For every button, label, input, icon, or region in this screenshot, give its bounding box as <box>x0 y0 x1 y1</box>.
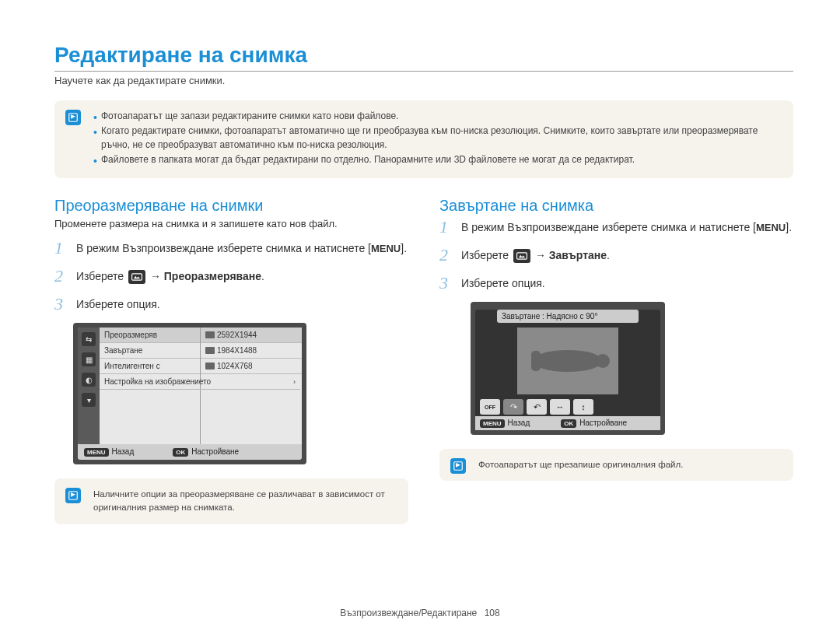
size-label: 1024X768 <box>217 362 253 370</box>
size-item: 1984X1488 <box>201 343 302 359</box>
step-num: 3 <box>54 295 68 313</box>
svg-rect-7 <box>531 351 541 371</box>
top-note-item: Когато редактирате снимки, фотоапаратът … <box>93 124 779 152</box>
menu-item: Интелигентен с <box>100 359 200 374</box>
mock-bottom-bar: MENUНазад OKНастройване <box>78 444 302 460</box>
note-icon <box>65 110 81 125</box>
step-3: 3 Изберете опция. <box>54 295 408 313</box>
menu-item-label: Настройка на изображението <box>104 377 211 386</box>
rotate-menu-mock: Завъртане : Надясно с 90° OFF ↷ ↶ <box>471 302 665 435</box>
step1-post: ]. <box>786 221 792 233</box>
arrow: → <box>532 249 549 261</box>
size-label: 1984X1488 <box>217 346 257 355</box>
size-item: 2592X1944 <box>201 328 302 343</box>
step-num: 1 <box>439 218 453 236</box>
back-label: Назад <box>508 419 530 427</box>
step1-pre: В режим Възпроизвеждане изберете снимка … <box>76 242 371 254</box>
resolution-icon <box>205 363 215 370</box>
step-1: 1 В режим Възпроизвеждане изберете снимк… <box>439 218 793 236</box>
step-text: Изберете опция. <box>461 274 545 292</box>
edit-icon <box>128 270 145 284</box>
step2-pre: Изберете <box>76 270 127 282</box>
resize-menu-mock: ⇆ ▦ ◐ ▾ Преоразмеряв Завъртане Интелиген… <box>73 323 306 464</box>
size-label: 2592X1944 <box>217 331 257 339</box>
flip-v-button: ↕ <box>573 399 593 415</box>
svg-point-5 <box>533 350 603 372</box>
step2-bold: Завъртане <box>549 249 607 261</box>
page-footer: Възпроизвеждане/Редактиране 108 <box>0 608 840 618</box>
section-title-resize: Преоразмеряване на снимки <box>54 197 408 215</box>
chevron-right-icon: › <box>293 378 296 386</box>
section-title-rotate: Завъртане на снимка <box>439 197 793 215</box>
sidebar-icon: ⇆ <box>82 332 96 346</box>
page-title: Редактиране на снимка <box>54 43 793 68</box>
page-number: 108 <box>485 608 500 618</box>
step-text: В режим Възпроизвеждане изберете снимка … <box>76 239 407 257</box>
page-subtitle: Научете как да редактирате снимки. <box>54 75 793 86</box>
rotate-note-box: Фотоапаратът ще презапише оригиналния фа… <box>439 449 793 481</box>
sidebar-icon: ▦ <box>82 352 96 366</box>
rotate-off-button: OFF <box>480 399 500 415</box>
step-text: Изберете → Завъртане. <box>461 246 610 264</box>
note-text: Наличните опции за преоразмеряване се ра… <box>93 488 394 515</box>
step-num: 3 <box>439 274 453 292</box>
step-num: 2 <box>54 267 68 285</box>
note-icon <box>450 458 466 474</box>
step2-post: . <box>607 249 610 261</box>
left-column: Преоразмеряване на снимки Променете разм… <box>54 197 408 543</box>
menu-badge: MENU <box>480 419 505 428</box>
back-label: Назад <box>112 447 135 456</box>
top-note-box: Фотоапаратът ще запази редактираните сни… <box>54 100 793 178</box>
sidebar-icon: ▾ <box>82 393 96 407</box>
rotate-canvas <box>475 326 660 396</box>
sidebar-icon: ◐ <box>82 373 96 387</box>
mock-bottom-bar: MENUНазад OKНастройване <box>475 416 660 430</box>
ok-badge: OK <box>561 419 576 428</box>
note-icon <box>65 488 81 503</box>
svg-point-6 <box>596 354 610 368</box>
footer-section: Възпроизвеждане/Редактиране <box>340 608 477 618</box>
svg-rect-1 <box>132 274 142 280</box>
step-1: 1 В режим Възпроизвеждане изберете снимк… <box>54 239 408 257</box>
step-2: 2 Изберете → Завъртане. <box>439 246 793 264</box>
step-num: 1 <box>54 239 68 257</box>
rotate-right-button: ↷ <box>503 399 523 415</box>
rotate-toolbar: OFF ↷ ↶ ↔ ↕ <box>475 396 660 416</box>
resolution-icon <box>205 331 215 338</box>
rotate-preview-image <box>517 328 618 394</box>
step1-post: ]. <box>401 242 407 254</box>
menu-item: Настройка на изображението› <box>100 374 300 390</box>
menu-badge: MENU <box>84 448 109 457</box>
title-underline <box>54 71 793 72</box>
menu-item: Преоразмеряв <box>100 328 200 343</box>
section-desc-resize: Променете размера на снимка и я запишете… <box>54 218 408 229</box>
set-label: Настройване <box>191 447 239 456</box>
ok-badge: OK <box>173 448 188 457</box>
menu-button-label: MENU <box>756 222 786 233</box>
step-text: В режим Възпроизвеждане изберете снимка … <box>461 218 792 236</box>
mock-list: Преоразмеряв Завъртане Интелигентен с На… <box>100 328 302 444</box>
set-label: Настройване <box>579 419 627 427</box>
top-note-item: Файловете в папката могат да бъдат редак… <box>93 153 779 166</box>
mock-sidebar: ⇆ ▦ ◐ ▾ <box>78 328 100 444</box>
rotate-left-button: ↶ <box>527 399 547 415</box>
step1-pre: В режим Възпроизвеждане изберете снимка … <box>461 221 756 233</box>
flip-h-button: ↔ <box>550 399 570 415</box>
step-text: Изберете опция. <box>76 295 160 313</box>
step-2: 2 Изберете → Преоразмеряване. <box>54 267 408 285</box>
note-text: Фотоапаратът ще презапише оригиналния фа… <box>478 458 779 471</box>
rotate-header: Завъртане : Надясно с 90° <box>497 310 639 323</box>
menu-item: Завъртане <box>100 343 200 359</box>
size-item: 1024X768 <box>201 359 302 374</box>
step-3: 3 Изберете опция. <box>439 274 793 292</box>
right-column: Завъртане на снимка 1 В режим Възпроизве… <box>439 197 793 543</box>
step2-pre: Изберете <box>461 249 512 261</box>
step-num: 2 <box>439 246 453 264</box>
top-note-item: Фотоапаратът ще запази редактираните сни… <box>93 110 779 123</box>
menu-button-label: MENU <box>371 243 401 254</box>
resize-note-box: Наличните опции за преоразмеряване се ра… <box>54 478 408 524</box>
svg-rect-3 <box>517 253 527 259</box>
step-text: Изберете → Преоразмеряване. <box>76 267 264 285</box>
resolution-icon <box>205 347 215 354</box>
step2-post: . <box>261 270 264 282</box>
